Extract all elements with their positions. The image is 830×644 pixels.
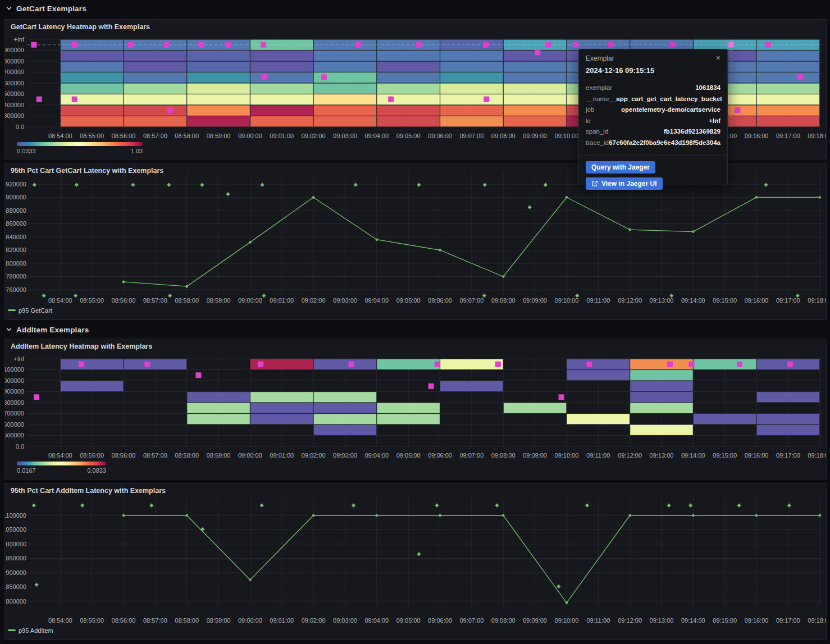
svg-text:09:08:00: 09:08:00 [491,297,516,304]
view-in-jaeger-button[interactable]: View in Jaeger UI [586,177,663,190]
svg-text:+Inf: +Inf [13,355,25,362]
svg-text:0.0167: 0.0167 [17,467,36,474]
svg-text:09:03:00: 09:03:00 [333,617,357,624]
additem-line-chart[interactable]: 08:54:0008:55:0008:56:0008:57:0008:58:00… [5,483,826,640]
svg-text:09:12:00: 09:12:00 [618,617,642,624]
svg-text:880000: 880000 [6,207,26,214]
section-header-getcart[interactable]: GetCart Exemplars [0,1,830,16]
additem-heatmap-chart[interactable]: 08:54:0008:55:0008:56:0008:57:0008:58:00… [5,339,826,479]
svg-text:1000000: 1000000 [5,541,26,547]
svg-text:09:05:00: 09:05:00 [396,133,421,139]
panel-additem-heatmap: AddItem Latency Heatmap with Exemplars 0… [4,339,827,479]
tooltip-row: __name__app_cart_get_cart_latency_bucket [586,95,720,107]
svg-text:08:56:00: 08:56:00 [112,617,136,624]
external-link-icon [591,180,598,187]
svg-text:08:59:00: 08:59:00 [207,452,231,459]
svg-text:1100000: 1100000 [5,512,26,519]
svg-text:08:57:00: 08:57:00 [143,617,167,624]
svg-text:09:15:00: 09:15:00 [713,617,737,624]
svg-text:09:02:00: 09:02:00 [302,452,326,459]
svg-text:08:57:00: 08:57:00 [143,452,167,459]
svg-text:09:12:00: 09:12:00 [618,452,642,459]
svg-text:800000: 800000 [6,598,26,605]
svg-text:08:58:00: 08:58:00 [175,452,199,459]
close-icon[interactable]: × [716,54,720,61]
svg-text:09:00:00: 09:00:00 [238,617,262,624]
query-with-jaeger-button[interactable]: Query with Jaeger [586,161,655,173]
svg-text:0.0: 0.0 [16,124,24,130]
svg-text:09:07:00: 09:07:00 [459,452,484,459]
legend-item[interactable]: p95 AddItem [8,627,53,634]
svg-text:700000: 700000 [5,68,24,75]
svg-text:09:17:00: 09:17:00 [776,452,800,459]
legend-item[interactable]: p95 GetCart [8,307,52,314]
svg-text:09:10:00: 09:10:00 [555,617,579,624]
svg-text:p95 AddItem: p95 AddItem [19,627,53,634]
svg-text:08:55:00: 08:55:00 [80,297,104,304]
svg-text:850000: 850000 [6,583,26,590]
svg-text:09:05:00: 09:05:00 [396,297,421,304]
svg-text:09:08:00: 09:08:00 [491,133,516,139]
svg-text:840000: 840000 [6,234,26,240]
panel-title: GetCart Latency Heatmap with Exemplars [11,23,150,31]
svg-text:920000: 920000 [6,181,26,188]
svg-text:09:13:00: 09:13:00 [650,617,674,624]
svg-text:700000: 700000 [5,410,24,417]
svg-text:09:06:00: 09:06:00 [428,452,452,459]
tooltip-timestamp: 2024-12-16 09:15:15 [586,66,720,75]
svg-text:09:13:00: 09:13:00 [650,452,674,459]
tooltip-rows: exemplar1061834__name__app_cart_get_cart… [586,84,720,150]
svg-text:800000: 800000 [5,58,24,65]
svg-text:09:08:00: 09:08:00 [491,452,516,459]
svg-text:09:02:00: 09:02:00 [302,133,326,139]
svg-text:08:58:00: 08:58:00 [175,133,199,139]
svg-text:08:59:00: 08:59:00 [207,617,231,624]
svg-text:600000: 600000 [5,421,24,428]
svg-text:08:54:00: 08:54:00 [48,617,72,624]
svg-text:09:01:00: 09:01:00 [270,617,294,624]
svg-text:09:14:00: 09:14:00 [681,617,705,624]
svg-text:09:03:00: 09:03:00 [333,133,357,139]
svg-text:09:07:00: 09:07:00 [459,133,484,139]
section-title: GetCart Exemplars [16,4,86,13]
svg-text:08:55:00: 08:55:00 [80,133,104,139]
svg-text:300000: 300000 [5,112,24,119]
svg-text:08:54:00: 08:54:00 [48,452,72,459]
chevron-down-icon [6,5,12,12]
svg-text:09:18:00: 09:18:00 [808,617,826,624]
svg-text:09:02:00: 09:02:00 [302,297,326,304]
panel-title: AddItem Latency Heatmap with Exemplars [11,342,152,350]
svg-text:08:57:00: 08:57:00 [143,133,167,139]
svg-text:1000000: 1000000 [5,377,24,384]
panel-additem-line: 95th Pct Cart AddItem Latency with Exemp… [4,483,827,640]
svg-text:09:15:00: 09:15:00 [713,452,737,459]
svg-text:09:02:00: 09:02:00 [302,617,326,624]
svg-text:1050000: 1050000 [5,526,26,533]
svg-text:09:18:00: 09:18:00 [808,133,826,139]
svg-text:09:16:00: 09:16:00 [745,452,769,459]
svg-text:09:12:00: 09:12:00 [618,297,642,304]
svg-text:09:17:00: 09:17:00 [776,617,800,624]
svg-text:08:55:00: 08:55:00 [80,617,104,624]
svg-text:09:03:00: 09:03:00 [333,452,357,459]
svg-text:09:10:00: 09:10:00 [555,452,579,459]
svg-text:08:58:00: 08:58:00 [175,617,199,624]
svg-text:09:09:00: 09:09:00 [523,133,547,139]
svg-text:09:11:00: 09:11:00 [586,452,610,459]
svg-text:800000: 800000 [6,260,26,267]
svg-text:500000: 500000 [5,432,24,439]
svg-text:400000: 400000 [5,102,24,108]
svg-text:09:17:00: 09:17:00 [776,297,800,304]
svg-text:09:04:00: 09:04:00 [364,297,389,304]
svg-text:950000: 950000 [6,555,26,561]
svg-text:900000: 900000 [5,47,24,53]
section-header-additem[interactable]: AddItem Exemplars [0,322,830,337]
svg-text:08:57:00: 08:57:00 [143,297,167,304]
svg-text:09:06:00: 09:06:00 [428,133,452,139]
panel-title: 95th Pct Cart GetCart Latency with Exemp… [11,167,163,175]
svg-text:+Inf: +Inf [13,36,25,43]
svg-text:1100000: 1100000 [5,366,24,373]
svg-text:09:10:00: 09:10:00 [555,297,579,304]
svg-text:08:58:00: 08:58:00 [175,297,199,304]
svg-text:600000: 600000 [5,80,24,86]
